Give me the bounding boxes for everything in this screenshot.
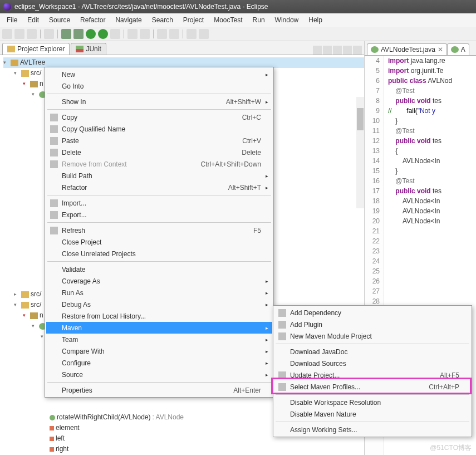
menu-item-configure[interactable]: Configure▸ — [46, 357, 272, 369]
menu-label: Restore from Local History... — [60, 312, 263, 320]
view-menu-icon[interactable] — [333, 46, 342, 55]
menu-file[interactable]: File — [2, 15, 22, 25]
menu-item-refactor[interactable]: RefactorAlt+Shift+T▸ — [46, 182, 272, 193]
menu-navigate[interactable]: Navigate — [111, 15, 146, 25]
editor-tab-label: AVLNodeTest.java — [381, 46, 435, 53]
tree-scrollbar[interactable] — [356, 97, 364, 208]
menu-item-go-into[interactable]: Go Into — [46, 80, 272, 92]
menu-separator — [47, 109, 271, 110]
menu-item-maven[interactable]: Maven▸ — [46, 322, 272, 334]
menu-item-close-project[interactable]: Close Project — [46, 236, 272, 248]
menu-item-source[interactable]: Source▸ — [46, 369, 272, 380]
saveall-icon[interactable] — [27, 29, 37, 39]
submenu-arrow-icon: ▸ — [263, 337, 270, 343]
search-icon[interactable] — [169, 29, 179, 39]
tree-label: AVLTree — [20, 57, 45, 68]
menu-help[interactable]: Help — [304, 15, 327, 25]
menu-item-new[interactable]: New▸ — [46, 69, 272, 80]
package-icon — [30, 312, 38, 319]
menu-item-import[interactable]: Import... — [46, 197, 272, 209]
minimize-icon[interactable] — [343, 46, 352, 55]
menu-accelerator: Alt+Enter — [233, 386, 263, 394]
main-toolbar — [0, 27, 476, 41]
tab-project-explorer[interactable]: Project Explorer — [2, 43, 70, 55]
menu-item-validate[interactable]: Validate — [46, 263, 272, 275]
submenu-arrow-icon: ▸ — [263, 360, 270, 366]
menu-item-export[interactable]: Export... — [46, 209, 272, 221]
link-icon[interactable] — [323, 46, 332, 55]
menu-item-run-as[interactable]: Run As▸ — [46, 287, 272, 299]
menu-source[interactable]: Source — [45, 15, 75, 25]
debug-icon[interactable] — [61, 29, 71, 39]
menu-edit[interactable]: Edit — [23, 15, 43, 25]
tree-label: src/ — [31, 68, 41, 79]
field-icon — [50, 447, 54, 452]
menu-item-assign-working-sets[interactable]: Assign Working Sets... — [274, 424, 470, 436]
menu-item-download-sources[interactable]: Download Sources — [274, 358, 470, 369]
menu-item-delete[interactable]: DeleteDelete — [46, 146, 272, 158]
menu-item-download-javadoc[interactable]: Download JavaDoc — [274, 346, 470, 358]
nav-back-icon[interactable] — [187, 29, 197, 39]
editor-tabs: AVLNodeTest.java ✕ A — [365, 41, 476, 56]
tree-label: src/ — [31, 289, 41, 300]
menu-item-show-in[interactable]: Show InAlt+Shift+W▸ — [46, 96, 272, 107]
run-ext-icon[interactable] — [98, 29, 108, 39]
menu-item-team[interactable]: Team▸ — [46, 334, 272, 345]
submenu-arrow-icon: ▸ — [263, 372, 270, 378]
tab-label: JUnit — [86, 45, 101, 53]
editor-tab[interactable]: A — [447, 43, 469, 55]
tab-junit[interactable]: JUnit — [71, 43, 106, 55]
menu-item-debug-as[interactable]: Debug As▸ — [46, 299, 272, 310]
menu-item-select-maven-profiles[interactable]: Select Maven Profiles...Ctrl+Alt+P — [274, 381, 470, 393]
menu-label: Refresh — [60, 227, 253, 234]
menu-item-update-project[interactable]: Update Project...Alt+F5 — [274, 369, 470, 381]
menu-item-disable-maven-nature[interactable]: Disable Maven Nature — [274, 408, 470, 420]
editor-tab-active[interactable]: AVLNodeTest.java ✕ — [367, 43, 447, 55]
run-icon[interactable] — [86, 29, 96, 39]
menu-item-compare-with[interactable]: Compare With▸ — [46, 345, 272, 357]
menu-item-properties[interactable]: PropertiesAlt+Enter — [46, 384, 272, 396]
context-menu: New▸Go IntoShow InAlt+Shift+W▸CopyCtrl+C… — [45, 67, 274, 398]
menu-search[interactable]: Search — [148, 15, 178, 25]
menu-project[interactable]: Project — [179, 15, 208, 25]
nav-fwd-icon[interactable] — [199, 29, 209, 39]
close-tab-icon[interactable]: ✕ — [438, 46, 443, 53]
menu-item-add-plugin[interactable]: Add Plugin — [274, 319, 470, 330]
open-type-icon[interactable] — [157, 29, 167, 39]
menubar: FileEditSourceRefactorNavigateSearchProj… — [0, 13, 476, 27]
menu-window[interactable]: Window — [271, 15, 303, 25]
coverage-icon[interactable] — [73, 29, 84, 39]
menu-label: Export... — [60, 211, 263, 219]
save-icon[interactable] — [14, 29, 24, 39]
menu-item-build-path[interactable]: Build Path▸ — [46, 170, 272, 182]
menu-item-paste[interactable]: PasteCtrl+V — [46, 135, 272, 146]
collapse-icon[interactable] — [313, 46, 322, 55]
menu-item-copy[interactable]: CopyCtrl+C — [46, 111, 272, 123]
tree-field[interactable]: right — [3, 444, 364, 454]
watermark: @51CTO博客 — [430, 443, 472, 453]
menu-mooctest[interactable]: MoocTest — [209, 15, 247, 25]
build-icon[interactable] — [44, 29, 54, 39]
maximize-icon[interactable] — [353, 46, 362, 55]
run-config-icon[interactable] — [110, 29, 120, 39]
menu-refactor[interactable]: Refactor — [76, 15, 110, 25]
menu-item-copy-qualified-name[interactable]: Copy Qualified Name — [46, 123, 272, 135]
menu-accelerator: Ctrl+V — [242, 137, 263, 145]
menu-icon — [50, 227, 58, 234]
tab-label: Project Explorer — [17, 45, 65, 53]
menu-item-add-dependency[interactable]: Add Dependency — [274, 307, 470, 319]
menu-label: Validate — [60, 266, 263, 273]
menu-item-close-unrelated-projects[interactable]: Close Unrelated Projects — [46, 248, 272, 260]
menu-item-refresh[interactable]: RefreshF5 — [46, 224, 272, 236]
menu-item-new-maven-module-project[interactable]: New Maven Module Project — [274, 330, 470, 342]
new-class-icon[interactable] — [140, 29, 150, 39]
menu-label: Debug As — [60, 301, 263, 309]
menu-item-coverage-as[interactable]: Coverage As▸ — [46, 275, 272, 287]
menu-item-disable-workspace-resolution[interactable]: Disable Workspace Resolution — [274, 397, 470, 408]
menu-run[interactable]: Run — [248, 15, 269, 25]
new-pkg-icon[interactable] — [127, 29, 138, 39]
menu-item-restore-from-local-history[interactable]: Restore from Local History... — [46, 310, 272, 322]
java-file-icon — [451, 46, 459, 53]
menu-label: Copy Qualified Name — [60, 125, 263, 133]
new-icon[interactable] — [2, 29, 12, 39]
